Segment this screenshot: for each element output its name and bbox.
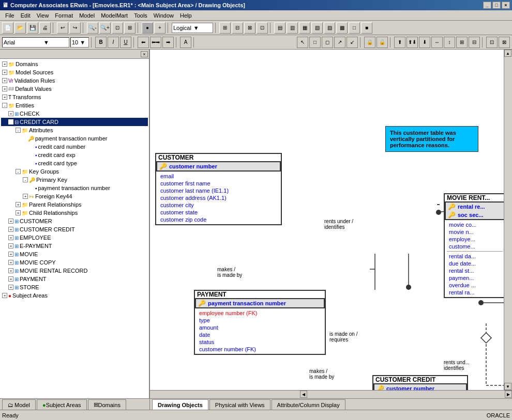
expand-credit-card[interactable]: - <box>8 119 13 125</box>
expand-customer[interactable]: + <box>8 219 13 224</box>
tb15[interactable]: ▩ <box>336 22 348 34</box>
expand-epayment[interactable]: + <box>8 243 13 248</box>
tb13[interactable]: ▧ <box>311 22 323 34</box>
expand-default[interactable]: + <box>2 86 7 91</box>
tree-default-values[interactable]: + ## Default Values <box>1 85 148 93</box>
expand-model-sources[interactable]: + <box>2 70 7 75</box>
title-bar-controls[interactable]: _ □ × <box>483 2 510 9</box>
expand-movie[interactable]: + <box>8 252 13 257</box>
tree-payment[interactable]: + ⊞ PAYMENT <box>1 275 148 283</box>
zoom-out-btn[interactable]: 🔍- <box>87 22 98 34</box>
tree-movie[interactable]: + ⊞ MOVIE <box>1 250 148 258</box>
expand-fk44[interactable]: + <box>23 194 28 199</box>
fmtbtn2[interactable]: ⊠ <box>499 37 510 48</box>
tree-primary-key[interactable]: - 🔑 Primary Key <box>1 176 148 184</box>
expand-movie-copy[interactable]: + <box>8 260 13 265</box>
menu-tools[interactable]: Tools <box>131 11 150 20</box>
menu-format[interactable]: Format <box>52 11 76 20</box>
font-selector[interactable]: Arial ▼ <box>2 37 69 48</box>
tree-subject-areas[interactable]: + ● Subject Areas <box>1 291 148 300</box>
print-btn[interactable]: 🖨 <box>39 22 51 34</box>
scroll-left-btn[interactable]: ◀ <box>300 391 307 398</box>
tree-employee[interactable]: + ⊞ EMPLOYEE <box>1 234 148 242</box>
tree-movie-rental[interactable]: + ⊞ MOVIE RENTAL RECORD <box>1 267 148 275</box>
menu-modelmart[interactable]: ModelMart <box>98 11 131 20</box>
tree-pk-payment[interactable]: ▪ payment transaction number <box>1 184 148 192</box>
close-btn[interactable]: × <box>502 2 510 9</box>
tb6[interactable]: ⊞ <box>219 22 231 34</box>
expand-transforms[interactable]: + <box>2 95 7 100</box>
align-same4[interactable]: ⊟ <box>469 37 480 48</box>
movie-rental-table[interactable]: MOVIE RENT... 🔑 rental re... 🔑 soc sec..… <box>444 193 504 298</box>
minimize-btn[interactable]: _ <box>483 2 491 9</box>
new-btn[interactable]: 📄 <box>2 22 13 34</box>
align-bot-btn[interactable]: ⬇ <box>419 37 430 48</box>
customer-credit-table[interactable]: CUSTOMER CREDIT 🔑 customer number credit… <box>372 375 468 390</box>
italic-btn[interactable]: I <box>108 37 119 48</box>
tree-entities[interactable]: - 📁 Entities <box>1 101 148 110</box>
tb12[interactable]: ▦ <box>299 22 310 34</box>
align-same3[interactable]: ⊞ <box>456 37 468 48</box>
expand-movie-rental[interactable]: + <box>8 268 13 273</box>
tb10[interactable]: ▤ <box>274 22 285 34</box>
menu-file[interactable]: File <box>2 11 18 20</box>
scroll-up-btn[interactable]: ▲ <box>504 50 511 57</box>
align-right-btn[interactable]: ➡ <box>162 37 174 48</box>
tb11[interactable]: ▥ <box>287 22 298 34</box>
tree-customer[interactable]: + ⊞ CUSTOMER <box>1 217 148 225</box>
tab-model[interactable]: 🗂 Model <box>2 399 36 410</box>
arrow-btn[interactable]: ● <box>142 22 153 34</box>
lock2-btn[interactable]: 🔓 <box>377 37 388 48</box>
tree-credit-card[interactable]: - ⊟ CREDIT CARD <box>1 118 148 126</box>
color-btn[interactable]: A <box>180 37 191 48</box>
zoom-fit-btn[interactable]: ⊡ <box>112 22 123 34</box>
maximize-btn[interactable]: □ <box>492 2 501 9</box>
customer-table[interactable]: CUSTOMER 🔑 customer number email custome… <box>155 153 282 225</box>
zoom-reset-btn[interactable]: ⊞ <box>124 22 135 34</box>
tree-attributes[interactable]: - 📁 Attributes <box>1 126 148 134</box>
tree-movie-copy[interactable]: + ⊞ MOVIE COPY <box>1 258 148 267</box>
view-dropdown[interactable]: Logical▼ <box>172 23 213 33</box>
left-panel-close-btn[interactable]: × <box>141 51 148 57</box>
tb7[interactable]: ⊟ <box>232 22 243 34</box>
tb8[interactable]: ⊠ <box>244 22 255 34</box>
menu-window[interactable]: Window <box>150 11 177 20</box>
align-same2[interactable]: ↕ <box>444 37 455 48</box>
tree-transforms[interactable]: + T Transforms <box>1 93 148 101</box>
tree-customer-credit[interactable]: + ⊞ CUSTOMER CREDIT <box>1 225 148 234</box>
underline-btn[interactable]: U <box>120 37 131 48</box>
tab-domains[interactable]: ⊞ Domains <box>88 399 126 410</box>
align-left-btn[interactable]: ⬅ <box>138 37 149 48</box>
fmtbtn1[interactable]: ⊡ <box>486 37 498 48</box>
expand-payment[interactable]: + <box>8 276 13 282</box>
draw-tool3[interactable]: ◻ <box>322 37 333 48</box>
tab-attribute-display[interactable]: Attribute/Column Display <box>272 399 345 410</box>
bold-btn[interactable]: B <box>95 37 107 48</box>
expand-validation[interactable]: + <box>2 78 7 83</box>
expand-entities[interactable]: - <box>2 103 7 108</box>
tree-child-rels[interactable]: + 📁 Child Relationships <box>1 209 148 217</box>
expand-child-rels[interactable]: + <box>16 210 21 215</box>
draw-tool5[interactable]: ↙ <box>347 37 358 48</box>
redo-btn[interactable]: ↪ <box>69 22 81 34</box>
open-btn[interactable]: 📂 <box>14 22 26 34</box>
tb9[interactable]: ⊡ <box>257 22 268 34</box>
menu-view[interactable]: View <box>34 11 52 20</box>
save-btn[interactable]: 💾 <box>27 22 38 34</box>
tree-domains[interactable]: + 📁 Domains <box>1 60 148 68</box>
expand-check[interactable]: + <box>8 111 13 116</box>
draw-tool1[interactable]: ↖ <box>297 37 308 48</box>
expand-customer-credit[interactable]: + <box>8 227 13 232</box>
tab-physical-views[interactable]: Physical with Views <box>209 399 270 410</box>
tb16[interactable]: □ <box>349 22 360 34</box>
draw-tool4[interactable]: ↗ <box>334 37 345 48</box>
tb14[interactable]: ▨ <box>324 22 335 34</box>
expand-domains[interactable]: + <box>2 61 7 67</box>
expand-store[interactable]: + <box>8 285 13 290</box>
tree-epayment[interactable]: + ⊞ E-PAYMENT <box>1 242 148 250</box>
tree-container[interactable]: + 📁 Domains + 📁 Model Sources + Vr Valid… <box>0 59 149 398</box>
canvas-area[interactable]: This customer table was vertically parti… <box>150 50 504 390</box>
tree-cc-type[interactable]: ▪ credit card type <box>1 159 148 167</box>
tree-validation-rules[interactable]: + Vr Validation Rules <box>1 76 148 85</box>
size-selector[interactable]: 10 ▼ <box>70 37 89 48</box>
